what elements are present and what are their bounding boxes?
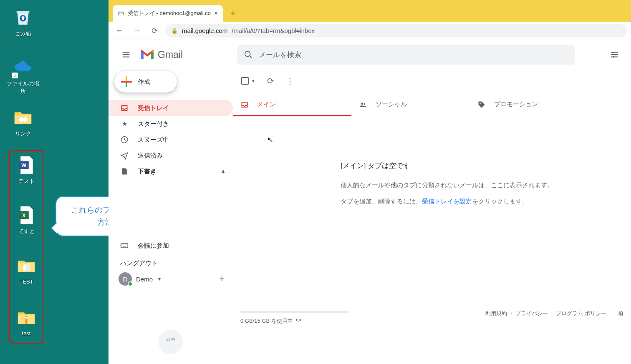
desktop-label: test: [8, 330, 45, 336]
tab-promotions[interactable]: プロモーション: [470, 93, 603, 116]
nav-drafts[interactable]: 下書き4: [109, 163, 233, 179]
desktop-icon-word[interactable]: W テスト: [8, 155, 45, 185]
gmail-header-right: メールを検索: [233, 40, 631, 69]
tab-social[interactable]: ソーシャル: [351, 93, 470, 116]
desktop-icon-filesloc[interactable]: ↗ ファイルの場所: [4, 58, 42, 95]
address-bar: ← → ⟳ 🔒 mail.google.com/mail/u/0/?tab=rm…: [109, 22, 631, 40]
desktop-icon-folder[interactable]: TEST: [8, 256, 45, 285]
svg-point-16: [612, 52, 614, 53]
gmail-logo-text: Gmail: [158, 49, 183, 60]
empty-state: [メイン] タブは空です 個人的なメールや他のタブに分類されないメールは、ここに…: [233, 117, 631, 209]
gmail-favicon: [118, 10, 124, 17]
keyboard-icon: [120, 241, 129, 250]
nav-starred[interactable]: ★スター付き: [109, 116, 233, 132]
star-icon: ★: [120, 120, 129, 128]
folder-icon: [16, 256, 36, 276]
svg-point-20: [363, 103, 365, 105]
compose-button[interactable]: 作成: [114, 71, 177, 93]
hangout-add-button[interactable]: +: [219, 274, 225, 284]
footer-policies[interactable]: プログラム ポリシー: [556, 310, 606, 317]
chevron-down-icon[interactable]: ▼: [251, 79, 255, 83]
desktop-label: てすと: [8, 228, 45, 235]
svg-point-17: [615, 54, 617, 55]
external-link-icon[interactable]: [295, 318, 301, 324]
search-box[interactable]: メールを検索: [237, 45, 575, 65]
presence-dot: [128, 281, 133, 286]
folder-links-icon: [13, 108, 33, 128]
nav-reload-button[interactable]: ⟳: [148, 24, 161, 38]
word-file-icon: W: [16, 155, 36, 175]
nav-label: 会議に参加: [138, 242, 169, 250]
empty-title: [メイン] タブは空です: [341, 157, 618, 175]
gmail-left-panel: Gmail 作成 受信トレイ ★スター付き スヌーズ中 送信済み 下書き4 会議…: [109, 40, 233, 364]
nav-snoozed[interactable]: スヌーズ中: [109, 132, 233, 148]
desktop-icon-excel[interactable]: X てすと: [8, 205, 45, 235]
footer-last-activity: 前: [618, 310, 623, 317]
nav-forward-button[interactable]: →: [130, 24, 144, 38]
avatar: D: [119, 272, 132, 286]
folder-nav: 受信トレイ ★スター付き スヌーズ中 送信済み 下書き4: [109, 100, 233, 179]
inbox-settings-link[interactable]: 受信トレイを設定: [422, 198, 472, 205]
desktop-label: TEST: [8, 279, 45, 285]
empty-line: タブを追加、削除するには、受信トレイを設定をクリックします。: [341, 193, 618, 209]
tab-close-icon[interactable]: ×: [214, 10, 218, 17]
nav-join-meeting[interactable]: 会議に参加: [109, 238, 233, 254]
svg-point-15: [245, 51, 250, 57]
footer-links: 利用規約 · プライバシー · プログラム ポリシー: [485, 310, 606, 317]
desktop: ごみ箱 ↗ ファイルの場所 リンク W テスト X てすと TEST test: [0, 0, 109, 364]
more-button[interactable]: ⋮: [286, 76, 294, 86]
nav-sent[interactable]: 送信済み: [109, 148, 233, 163]
desktop-icon-zip[interactable]: test: [8, 308, 45, 336]
cloud-folder-icon: ↗: [13, 58, 33, 78]
search-icon: [244, 50, 253, 59]
nav-label: 受信トレイ: [138, 104, 169, 112]
desktop-label: ごみ箱: [4, 30, 42, 38]
omnibox[interactable]: 🔒 mail.google.com/mail/u/0/?tab=rm&ogbl#…: [165, 24, 627, 38]
url-path: /mail/u/0/?tab=rm&ogbl#inbox: [232, 27, 315, 34]
chat-fab[interactable]: ❝❞: [159, 330, 183, 354]
primary-tab-icon: [240, 100, 249, 109]
mail-toolbar: ▼ ⟳ ⋮: [233, 69, 631, 93]
tab-primary[interactable]: メイン: [233, 93, 351, 116]
nav-inbox[interactable]: 受信トレイ: [109, 100, 233, 116]
cursor-icon: ↖: [267, 135, 273, 144]
desktop-label: ファイルの場所: [4, 80, 42, 95]
hangout-row[interactable]: D Demo ▼ +: [109, 270, 233, 286]
drafts-count: 4: [222, 168, 225, 175]
footer-privacy[interactable]: プライバシー: [515, 310, 548, 317]
desktop-icon-links[interactable]: リンク: [4, 108, 42, 138]
desktop-label: テスト: [8, 178, 45, 185]
search-placeholder: メールを検索: [259, 50, 301, 60]
svg-rect-8: [25, 264, 30, 271]
nav-back-button[interactable]: ←: [113, 24, 126, 38]
empty-line: 個人的なメールや他のタブに分類されないメールは、ここに表示されます。: [341, 177, 618, 193]
storage-bar: [240, 311, 349, 313]
browser-window: 受信トレイ - demohoc1@gmail.co × + ← → ⟳ 🔒 ma…: [109, 0, 631, 364]
tab-label: メイン: [257, 100, 276, 108]
refresh-button[interactable]: ⟳: [267, 76, 274, 86]
compose-plus-icon: [121, 76, 132, 87]
svg-rect-11: [25, 317, 28, 318]
new-tab-button[interactable]: +: [226, 7, 240, 20]
footer-terms[interactable]: 利用規約: [485, 310, 507, 317]
desktop-label: リンク: [4, 130, 42, 138]
compose-label: 作成: [138, 78, 150, 86]
url-host: mail.google.com: [182, 27, 227, 34]
zip-folder-icon: [16, 308, 36, 328]
svg-point-18: [613, 56, 614, 58]
tab-title: 受信トレイ - demohoc1@gmail.co: [128, 10, 211, 17]
main-menu-button[interactable]: [117, 45, 135, 64]
search-options-button[interactable]: [605, 45, 623, 64]
tab-label: プロモーション: [494, 100, 538, 108]
gmail-logo[interactable]: Gmail: [139, 49, 183, 60]
drafts-icon: [120, 167, 129, 176]
excel-file-icon: X: [16, 205, 36, 225]
shortcut-badge: ↗: [12, 73, 18, 78]
nav-label: 下書き: [138, 168, 156, 176]
clock-icon: [120, 136, 129, 144]
browser-tab[interactable]: 受信トレイ - demohoc1@gmail.co ×: [113, 5, 223, 22]
desktop-icon-trash[interactable]: ごみ箱: [4, 8, 42, 38]
select-all-checkbox[interactable]: ▼: [241, 77, 255, 85]
svg-rect-12: [25, 319, 28, 319]
nav-label: 送信済み: [138, 152, 163, 160]
